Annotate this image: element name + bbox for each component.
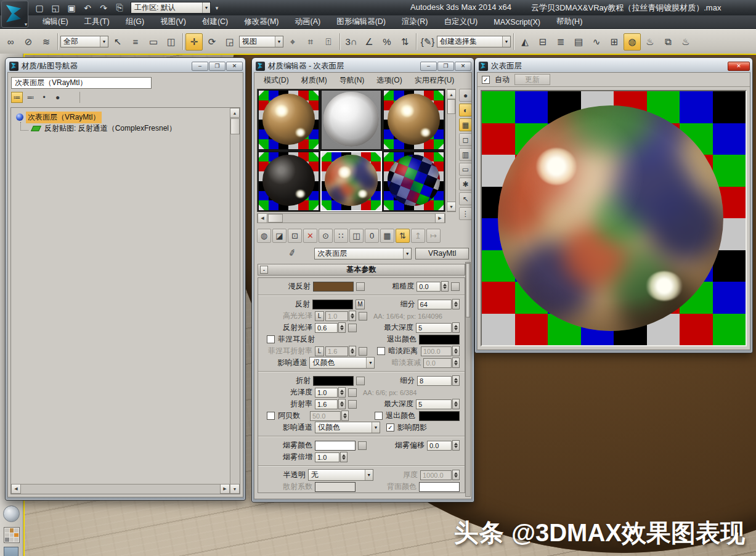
auto-update-checkbox[interactable]: ✓ <box>482 76 490 84</box>
hilight-gloss-field[interactable]: 1.0 <box>325 311 348 321</box>
show-end-result-icon[interactable]: ⇅ <box>396 229 410 243</box>
hilight-gloss-spinner[interactable] <box>349 311 356 321</box>
editor-menu-item-1[interactable]: 材质(M) <box>295 74 333 87</box>
rendered-frame-window-icon[interactable]: ⧉ <box>659 33 677 51</box>
params-scrollbar[interactable] <box>465 262 471 497</box>
chevron-down-icon[interactable]: ▼ <box>372 422 380 433</box>
keyboard-override-icon[interactable]: ⍐ <box>320 33 337 51</box>
schematic-view-icon[interactable]: ⊞ <box>606 33 623 51</box>
preview-titlebar[interactable]: 次表面层 ✕ <box>477 60 750 72</box>
percent-snap-icon[interactable]: % <box>378 33 396 51</box>
view-list-icon[interactable]: ≔ <box>11 92 23 103</box>
toolbar-overflow-icon[interactable]: ▾ <box>212 1 222 14</box>
editor-menu-item-3[interactable]: 选项(O) <box>370 74 408 87</box>
fresnel-ior-field[interactable]: 1.6 <box>325 346 348 356</box>
menu-item-5[interactable]: 修改器(M) <box>236 15 287 28</box>
collapse-icon[interactable]: - <box>260 266 268 274</box>
spinner-snap-icon[interactable]: ⇅ <box>396 33 413 51</box>
thickness-field[interactable]: 1000.0 <box>420 470 452 480</box>
select-by-material-icon[interactable]: ↖ <box>459 192 472 205</box>
chevron-down-icon[interactable]: ▼ <box>403 248 411 259</box>
back-color-swatch[interactable] <box>419 482 460 492</box>
dim-falloff-field[interactable]: 0.0 <box>423 358 452 368</box>
redo-icon[interactable]: ↷ <box>96 1 111 14</box>
put-material-to-scene-icon[interactable]: ◪ <box>272 229 287 243</box>
diffuse-map-button[interactable] <box>356 282 365 291</box>
save-icon[interactable]: ▣ <box>64 1 79 14</box>
view-list-materials-icon[interactable]: ≕ <box>25 92 36 103</box>
update-button[interactable]: 更新 <box>514 74 550 85</box>
glossiness-spinner[interactable] <box>338 387 346 398</box>
abbe-checkbox[interactable] <box>267 412 275 420</box>
sample-slot-3[interactable] <box>383 89 445 150</box>
make-material-copy-icon[interactable]: ⊙ <box>319 229 333 243</box>
reflect-color-swatch[interactable] <box>312 300 353 309</box>
dock-panel-button[interactable] <box>4 547 18 556</box>
reset-map-mtl-icon[interactable]: ✕ <box>303 229 317 243</box>
menu-item-10[interactable]: MAXScript(X) <box>486 17 548 28</box>
project-folder-icon[interactable]: ⎘ <box>112 1 127 14</box>
material-map-navigator-icon[interactable]: ⋮ <box>459 207 472 220</box>
sample-slot-6[interactable] <box>383 151 445 212</box>
roughness-map-button[interactable] <box>451 282 460 291</box>
angle-snap-icon[interactable]: ∠ <box>360 33 378 51</box>
window-crossing-icon[interactable]: ◫ <box>163 33 180 51</box>
menu-item-6[interactable]: 动画(A) <box>287 15 328 28</box>
select-and-scale-icon[interactable]: ◲ <box>221 33 238 51</box>
menu-item-7[interactable]: 图形编辑器(D) <box>328 15 394 28</box>
subdivs-field[interactable]: 64 <box>418 300 452 309</box>
affect-shadows-checkbox[interactable]: ✓ <box>386 423 394 431</box>
scroll-left-icon[interactable]: ◀ <box>258 213 267 223</box>
view-small-icons-icon[interactable]: • <box>38 92 50 103</box>
editor-titlebar[interactable]: 材质编辑器 - 次表面层 – ❐ ✕ <box>254 60 472 72</box>
scroll-left-icon[interactable]: ◀ <box>11 484 21 494</box>
refract-color-swatch[interactable] <box>313 376 354 386</box>
video-color-check-icon[interactable]: ▥ <box>459 148 472 161</box>
select-and-manipulate-icon[interactable]: ⌗ <box>302 33 319 51</box>
refract-exit-color-swatch[interactable] <box>419 411 460 421</box>
align-icon[interactable]: ⊟ <box>534 33 551 51</box>
dim-distance-field[interactable]: 100.0 <box>421 346 452 356</box>
fog-bias-field[interactable]: 0.0 <box>427 441 452 451</box>
menu-item-11[interactable]: 帮助(H) <box>548 15 590 28</box>
maximize-button[interactable]: ❐ <box>209 62 226 71</box>
minimize-button[interactable]: – <box>420 62 437 71</box>
sample-slot-5[interactable] <box>320 151 383 212</box>
roughness-spinner[interactable] <box>441 281 449 292</box>
edit-named-selection-sets-icon[interactable]: {✎} <box>419 33 436 51</box>
scroll-down-icon[interactable]: ▼ <box>447 202 456 211</box>
tree-vertical-scrollbar[interactable]: ▲ ▼ <box>230 108 240 494</box>
material-type-button[interactable]: VRayMtl <box>415 248 469 260</box>
slots-horizontal-scrollbar[interactable]: ◀ ▶ <box>257 213 445 223</box>
close-button[interactable]: ✕ <box>226 62 243 71</box>
chevron-down-icon[interactable]: ▼ <box>275 36 283 47</box>
scrollbar-thumb[interactable] <box>447 99 455 114</box>
chevron-down-icon[interactable]: ▼ <box>365 470 373 480</box>
select-by-name-icon[interactable]: ≡ <box>127 33 144 51</box>
chevron-down-icon[interactable]: ▼ <box>366 358 374 368</box>
tree-root-label[interactable]: 次表面层（VRayMtl） <box>26 112 102 123</box>
get-material-icon[interactable]: ◍ <box>257 229 271 243</box>
rectangular-selection-region-icon[interactable]: ▭ <box>145 33 162 51</box>
app-titlebar[interactable]: ▢◱▣↶↷⎘ 工作区: 默认 ▼ ▾ Autodesk 3ds Max 2014… <box>0 0 756 15</box>
fresnel-checkbox[interactable] <box>267 335 275 343</box>
options-icon[interactable]: ✱ <box>459 178 472 190</box>
mirror-icon[interactable]: ◭ <box>516 33 534 51</box>
max-logo-icon[interactable] <box>1 1 28 28</box>
sample-type-icon[interactable]: ● <box>459 89 472 102</box>
navigator-titlebar[interactable]: 材质/贴图导航器 – ❐ ✕ <box>7 60 243 72</box>
abbe-field[interactable]: 50.0 <box>310 411 341 421</box>
scroll-right-icon[interactable]: ▶ <box>435 213 445 223</box>
make-preview-icon[interactable]: ▭ <box>459 163 472 176</box>
named-selection-set-combo[interactable]: 创建选择集 ▼ <box>437 36 511 47</box>
tree-horizontal-scrollbar[interactable]: ◀ ▶ <box>11 484 230 494</box>
scrollbar-thumb[interactable] <box>268 214 283 223</box>
hilight-gloss-map-button[interactable] <box>359 312 367 321</box>
scrollbar-thumb[interactable] <box>466 263 470 317</box>
fog-color-map-button[interactable] <box>358 441 367 450</box>
backlight-icon[interactable]: ◐ <box>459 104 472 117</box>
refl-gloss-map-button[interactable] <box>348 324 357 332</box>
translucency-combo[interactable]: 无 ▼ <box>308 469 373 481</box>
workspace-combo[interactable]: 工作区: 默认 ▼ <box>131 2 211 14</box>
close-button[interactable]: ✕ <box>728 62 750 71</box>
